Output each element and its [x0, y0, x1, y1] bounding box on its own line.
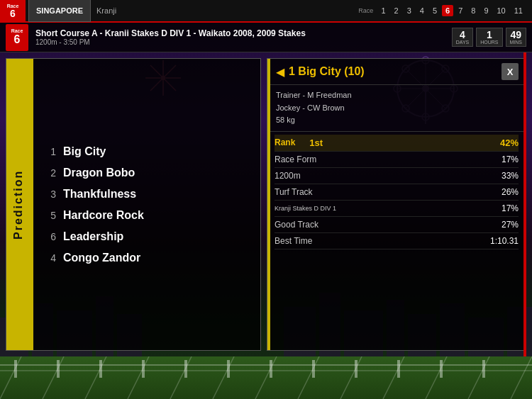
svg-rect-57 — [312, 360, 315, 378]
horse-num-6: 6 — [42, 231, 56, 242]
list-item: 3 Thankfulness — [42, 185, 252, 203]
timer-days-value: 4 — [460, 30, 465, 40]
prediction-panel: Prediction 1 Big City 2 Dragon Bobo 3 Th… — [6, 58, 261, 351]
main-content: ❮ Prediction 1 Big City 2 Dragon Bobo 3 … — [0, 52, 532, 356]
timer-hours: 1 HOURS — [476, 28, 502, 47]
stat-rank-pct: 42% — [500, 137, 519, 148]
grass-area — [0, 356, 532, 399]
svg-rect-54 — [184, 360, 187, 378]
venue-label: SINGAPORE — [36, 6, 83, 15]
detail-horse-title: 1 Big City (10) — [289, 65, 365, 78]
race-nav-8[interactable]: 8 — [467, 5, 479, 16]
race-info-text: Short Course A - Kranii Stakes D DIV 1 -… — [35, 28, 452, 46]
race-number-nav: Race 1 2 3 4 5 6 7 8 9 10 11 — [358, 5, 532, 16]
race-nav-1[interactable]: 1 — [377, 5, 389, 16]
horse-num-4: 4 — [42, 252, 56, 264]
stat-label-rank: Rank — [275, 137, 295, 147]
svg-line-46 — [383, 356, 404, 399]
race-nav-11[interactable]: 11 — [511, 5, 526, 16]
timer-mins: 49 MINS — [506, 28, 527, 47]
svg-rect-56 — [270, 360, 272, 378]
stat-label-good-track: Good Track — [275, 220, 318, 230]
horse-num-2: 2 — [42, 167, 56, 179]
horse-name-6[interactable]: Leadership — [63, 230, 123, 243]
race-nav-2[interactable]: 2 — [391, 5, 402, 16]
detail-info: Trainer - M Freedman Jockey - CW Brown 5… — [267, 85, 526, 132]
timer-days-label: DAYS — [456, 40, 470, 45]
list-item: 2 Dragon Bobo — [42, 164, 252, 182]
close-button[interactable]: X — [501, 63, 519, 80]
venue-box[interactable]: SINGAPORE — [28, 0, 91, 22]
timer-box: 4 DAYS 1 HOURS 49 MINS — [452, 28, 526, 47]
svg-line-49 — [511, 356, 532, 399]
race-nav-6[interactable]: 6 — [442, 5, 453, 16]
location-label: Kranji — [96, 6, 116, 15]
svg-rect-50 — [14, 360, 17, 378]
race-nav-4[interactable]: 4 — [416, 5, 428, 16]
stat-label-turf: Turf Track — [275, 187, 313, 197]
detail-jockey: Jockey - CW Brown — [276, 102, 519, 115]
list-item: 6 Leadership — [42, 227, 252, 246]
detail-weight: 58 kg — [276, 114, 519, 127]
stat-label-1200m: 1200m — [275, 171, 301, 181]
race-label-info: Race — [11, 28, 23, 33]
race-nav-label: Race — [358, 7, 373, 14]
race-nav-10[interactable]: 10 — [494, 5, 509, 16]
detail-panel: ◀ 1 Big City (10) X Trainer - M Freedman… — [267, 58, 526, 351]
race-nav-9[interactable]: 9 — [480, 5, 492, 16]
svg-rect-61 — [482, 360, 485, 378]
svg-line-43 — [255, 356, 277, 399]
stat-row-good-track: Good Track 27% — [275, 217, 519, 233]
horse-name-1[interactable]: Big City — [63, 145, 106, 158]
selection-arrow-icon: ◀ — [276, 65, 284, 79]
timer-mins-label: MINS — [510, 40, 523, 45]
stat-value-race-form: 17% — [501, 154, 519, 164]
svg-line-45 — [340, 356, 362, 399]
horses-list: 1 Big City 2 Dragon Bobo 3 Thankfulness … — [33, 59, 260, 350]
svg-rect-59 — [397, 360, 400, 378]
race-nav-3[interactable]: 3 — [404, 5, 415, 16]
list-item: 5 Hardcore Rock — [42, 206, 252, 225]
stat-row-rank: Rank 1st 42% — [275, 135, 519, 152]
top-header: Race 6 SINGAPORE Kranji Race 1 2 3 4 5 6… — [0, 0, 532, 23]
race-number-info: 6 — [14, 33, 21, 46]
horse-name-4[interactable]: Congo Zandor — [63, 252, 140, 264]
horse-name-5[interactable]: Hardcore Rock — [63, 209, 144, 222]
svg-line-42 — [213, 356, 234, 399]
stat-rank-value: 1st — [309, 137, 323, 148]
svg-line-41 — [170, 356, 192, 399]
stat-row-best-time: Best Time 1:10.31 — [275, 233, 519, 249]
timer-days: 4 DAYS — [452, 28, 474, 47]
timer-hours-value: 1 — [487, 30, 492, 40]
race-number-header: 6 — [10, 9, 16, 18]
horse-num-1: 1 — [42, 146, 56, 157]
track-lines — [0, 356, 532, 399]
list-item: 1 Big City — [42, 142, 252, 161]
svg-line-39 — [85, 356, 106, 399]
race-subtitle: 1200m - 3:50 PM — [35, 38, 452, 46]
prediction-label: Prediction — [6, 59, 31, 350]
list-item: 4 Congo Zandor — [42, 249, 252, 267]
horse-name-2[interactable]: Dragon Bobo — [63, 167, 135, 179]
race-nav-5[interactable]: 5 — [429, 5, 440, 16]
detail-title-area: ◀ 1 Big City (10) — [276, 65, 365, 79]
detail-trainer: Trainer - M Freedman — [276, 89, 519, 102]
stat-row-turf: Turf Track 26% — [275, 184, 519, 201]
svg-rect-58 — [355, 360, 358, 378]
stat-label-race-form: Race Form — [275, 154, 316, 164]
stat-value-turf: 26% — [501, 187, 519, 197]
red-accent-bar — [523, 52, 526, 356]
detail-yellow-bar — [267, 59, 270, 350]
timer-hours-label: HOURS — [480, 40, 498, 45]
race-badge-info: Race 6 — [6, 24, 28, 51]
svg-rect-52 — [99, 360, 102, 378]
horse-name-3[interactable]: Thankfulness — [63, 188, 136, 201]
race-nav-7[interactable]: 7 — [455, 5, 466, 16]
info-bar: Race 6 Short Course A - Kranii Stakes D … — [0, 23, 532, 52]
race-badge-header: Race 6 — [0, 0, 26, 22]
svg-rect-53 — [142, 360, 145, 378]
svg-rect-55 — [227, 360, 230, 378]
detail-header: ◀ 1 Big City (10) X — [267, 59, 526, 85]
svg-line-47 — [426, 356, 447, 399]
stat-label-kranji: Kranji Stakes D DIV 1 — [275, 205, 336, 212]
